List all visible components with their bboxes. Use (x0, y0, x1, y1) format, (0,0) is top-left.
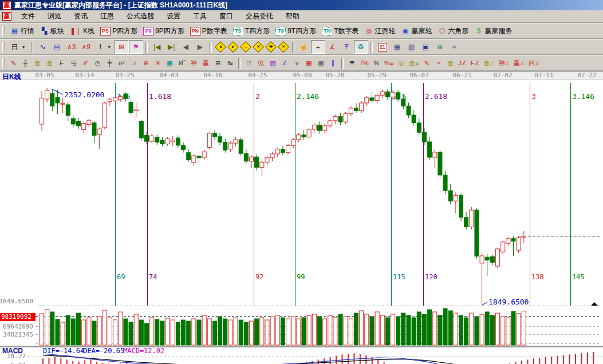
9p-square-button[interactable]: P99P四方形 (140, 24, 187, 38)
width-measure-tool-button[interactable]: ↹ (224, 56, 236, 70)
quotes-button[interactable]: ▦行情 (7, 24, 37, 38)
t-tool-button[interactable]: Ŧ (340, 40, 354, 54)
gann-time-lines[interactable]: 1.5691.618742922.146992.51152.6181203138… (116, 83, 595, 306)
flag-marker-button[interactable]: ⚑ (129, 40, 143, 54)
title-bar[interactable]: 赢 赢家江恩专业版[赢家内部服务平台] - [上证指数 SH1A0001-111… (0, 0, 603, 10)
gann-wheel-button[interactable]: ◎江恩轮 (362, 24, 399, 38)
bow-scale-tool-button[interactable]: 弓 (68, 56, 80, 70)
p-square-button[interactable]: PSP四方形 (97, 24, 140, 38)
t-square-button[interactable]: TST四方形 (230, 24, 273, 38)
red-grid-tool-button[interactable]: ▦ (303, 56, 315, 70)
winner-service-button[interactable]: $赢家服务 (472, 24, 515, 38)
pan-right-icon[interactable]: ▸ (227, 41, 239, 53)
gold-scale-tool-1-button[interactable]: 金 (31, 56, 44, 70)
info-list-button[interactable]: ▤ (50, 40, 64, 54)
menu-item-window[interactable]: 窗口 (213, 10, 239, 22)
menu-item-help[interactable]: 帮助 (279, 10, 306, 22)
gold-scale-tool-2-button[interactable]: 金 (44, 56, 56, 70)
ruler-123-tool-button[interactable]: ⊞ (212, 56, 224, 70)
save-button[interactable]: ▣ (419, 40, 433, 54)
trend-angle-tool-button[interactable]: ∠ (279, 56, 291, 70)
ray-fan-tool-button[interactable]: 巛 (255, 56, 267, 70)
sectors-button[interactable]: ▚板块 (37, 24, 67, 38)
square-grid-tool-button[interactable]: ▦ (164, 56, 176, 70)
toolbar-grip[interactable] (2, 42, 5, 52)
percent-tool-button[interactable]: % (371, 56, 383, 70)
stats-panel-tool-button[interactable]: ≣ (346, 56, 358, 70)
bars-9-button[interactable]: ∧9 (78, 40, 93, 54)
menu-item-trade[interactable]: 交易委托 (239, 10, 279, 22)
menu-item-settings[interactable]: 设置 (160, 10, 187, 22)
box-select-tool-button[interactable]: ⊡ (243, 56, 255, 70)
hand-tool-button[interactable]: ☝ (297, 40, 311, 54)
shen-angle-tool-button[interactable]: 神∠ (497, 56, 512, 70)
gold-line-tool-button[interactable]: 金≡ (407, 56, 420, 70)
percent-7-tool-button[interactable]: 7% (358, 56, 371, 70)
square-number-tool-button[interactable]: n² (116, 56, 128, 70)
kline-button[interactable]: ❚❘K线 (67, 24, 97, 38)
menu-item-file[interactable]: 文件 (15, 10, 41, 22)
toolbar-grip[interactable] (2, 58, 5, 68)
parallel-line-tool-button[interactable]: ∥ (327, 56, 339, 70)
p-digit-table-button[interactable]: PNP数字表 (187, 24, 230, 38)
menu-item-tools[interactable]: 工具 (187, 10, 213, 22)
compass-tool-button[interactable]: ⊿ (128, 56, 140, 70)
win-scale-tool-button[interactable]: 赢 (200, 56, 212, 70)
zoom-h-icon[interactable]: ↔ (240, 41, 251, 53)
menu-item-formula-pick[interactable]: 公式选股 (120, 10, 160, 22)
calendar-button[interactable]: 21 (375, 40, 390, 54)
candles-layer[interactable] (40, 88, 526, 306)
9t-square-button[interactable]: T99T四方形 (273, 24, 319, 38)
pan-left-icon[interactable]: ◂ (215, 41, 226, 53)
gann-brain-button[interactable]: ❂ (354, 40, 368, 54)
nav-first-button[interactable]: |◀ (150, 40, 164, 54)
percent-line-tool-button[interactable]: %≡ (383, 56, 395, 70)
notepad-button[interactable]: ▥ (404, 40, 419, 54)
gold-circle-tool-button[interactable]: ㊎ (395, 56, 407, 70)
scroll-marker-icon[interactable] (591, 302, 598, 306)
marker-pen-tool-button[interactable]: ✐ (80, 56, 92, 70)
wave-band-tool-button[interactable]: ≈ (433, 56, 445, 70)
network-button[interactable]: ⊕ (433, 40, 447, 54)
k-feature-button[interactable]: ⊠ (115, 40, 129, 54)
wave-count-tool-button[interactable]: И˝ (176, 56, 188, 70)
menu-item-gann[interactable]: 江恩 (94, 10, 120, 22)
four-angle-tool-button[interactable]: 四∠ (527, 56, 542, 70)
menu-item-news[interactable]: 资讯 (68, 10, 94, 22)
zigzag-button[interactable]: ∿ (36, 40, 50, 54)
angle-tool-button[interactable]: ∡ (325, 40, 340, 54)
period-day-selector-button[interactable]: 日▼ (7, 40, 29, 54)
winner-wheel-button[interactable]: ◉赢家轮 (399, 24, 435, 38)
nav-next-button[interactable]: ▶ (193, 40, 207, 54)
j-angle-tool-button[interactable]: J∠ (457, 56, 469, 70)
gold-angle-tool-button[interactable]: 金∠ (482, 56, 497, 70)
ruler-tool-button[interactable]: ╫ (19, 56, 31, 70)
gold-angle-scale-tool-button[interactable]: 金 (445, 56, 457, 70)
chart-grid-tool-button[interactable]: ▦ (315, 56, 327, 70)
flag-pen-tool-button[interactable]: ✎ (421, 56, 433, 70)
tick-scale-tool-button[interactable]: ╪ (104, 56, 116, 70)
win-angle-tool-button[interactable]: 赢∠ (512, 56, 527, 70)
time-cycle-tool-button[interactable]: ◷ (92, 56, 104, 70)
zoom-all-icon[interactable]: ✳ (278, 41, 289, 53)
zoom-x-icon[interactable]: ✕ (253, 41, 264, 53)
chart-region[interactable]: 03-0503-1403-2504-0304-1604-2505-0905-20… (0, 71, 603, 364)
toolbar-grip[interactable] (2, 26, 5, 36)
shade-square-tool-button[interactable]: ▨ (267, 56, 279, 70)
candle-style-selector-button[interactable]: ⌇▼ (93, 40, 115, 54)
bars-3-button[interactable]: ∧3 (64, 40, 78, 54)
crosshair-tool-button[interactable]: ＋ (311, 40, 325, 54)
kline-canvas[interactable]: 03-0503-1403-2504-0304-1604-2505-0905-20… (0, 72, 603, 364)
gann-circle-tool-button[interactable]: ⊕ (140, 56, 152, 70)
nav-last-button[interactable]: ▶| (164, 40, 179, 54)
calculator-button[interactable]: ▦ (390, 40, 404, 54)
f-angle-tool-button[interactable]: F∠ (469, 56, 482, 70)
hexagon-button[interactable]: ⬡六角形 (435, 24, 472, 38)
zoom-v-icon[interactable]: ✚ (265, 41, 277, 53)
fib-scale-tool-button[interactable]: F (56, 56, 68, 70)
t-digit-table-button[interactable]: TNT数字表 (319, 24, 361, 38)
shen-scale-tool-button[interactable]: 神 (188, 56, 200, 70)
pen-tool-button[interactable]: ✎ (7, 56, 19, 70)
nav-prev-button[interactable]: ◀ (179, 40, 193, 54)
menu-item-browse[interactable]: 浏览 (41, 10, 68, 22)
